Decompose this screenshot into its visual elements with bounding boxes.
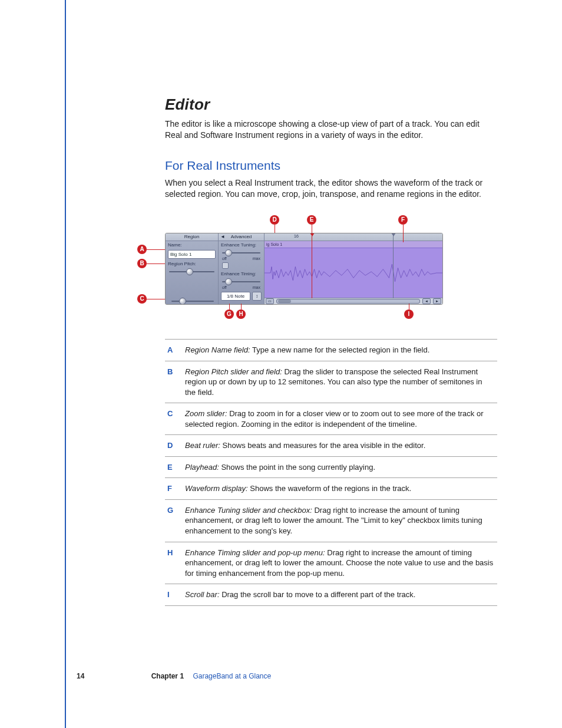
- callout-B: B: [137, 259, 147, 268]
- timing-note-value: 1/8 Note: [221, 292, 250, 301]
- left-margin-rule: [65, 0, 66, 728]
- slider-thumb-icon[interactable]: [179, 298, 186, 305]
- callout-C: C: [137, 294, 147, 304]
- callout-desc: Scroll bar: Drag the scroll bar to move …: [183, 584, 497, 606]
- callout-key: C: [165, 403, 183, 435]
- leader-I: [409, 304, 409, 309]
- page-footer: 14 Chapter 1 GarageBand at a Glance: [77, 671, 271, 681]
- slider-thumb-icon[interactable]: [225, 278, 232, 285]
- callout-key: D: [165, 435, 183, 457]
- leader-C: [147, 299, 165, 299]
- enhance-tuning-slider[interactable]: [222, 250, 260, 256]
- region-pitch-label: Region Pitch:: [166, 260, 218, 268]
- subsection-title: For Real Instruments: [165, 157, 497, 174]
- stepper-icon[interactable]: ↕: [252, 292, 262, 301]
- enhance-timing-label: Enhance Timing:: [219, 270, 264, 278]
- slider-thumb-icon[interactable]: [225, 249, 232, 256]
- region-panel: Region Name: Big Solo 1 Region Pitch:: [166, 233, 219, 304]
- waveform-icon: [265, 248, 442, 298]
- table-row: A Region Name field: Type a new name for…: [165, 340, 497, 361]
- scroll-right-button[interactable]: ►: [433, 298, 441, 304]
- callout-desc: Enhance Tuning slider and checkbox: Drag…: [183, 499, 497, 542]
- callout-desc: Playhead: Shows the point in the song cu…: [183, 456, 497, 478]
- tuning-minmax: offmax: [219, 256, 264, 261]
- callout-desc: Beat ruler: Shows beats and measures for…: [183, 435, 497, 457]
- leader-A: [147, 249, 165, 250]
- section-title: Editor: [165, 94, 497, 115]
- limit-to-key-checkbox[interactable]: [222, 262, 229, 269]
- chapter-name: GarageBand at a Glance: [193, 672, 271, 680]
- callout-desc: Waveform display: Shows the waveform of …: [183, 478, 497, 500]
- leader-F: [403, 225, 404, 242]
- leader-D: [275, 225, 275, 233]
- playhead[interactable]: [312, 233, 312, 298]
- table-row: C Zoom slider: Drag to zoom in for a clo…: [165, 403, 497, 435]
- leader-G: [229, 304, 230, 309]
- callout-key: E: [165, 456, 183, 478]
- table-row: D Beat ruler: Shows beats and measures f…: [165, 435, 497, 457]
- table-row: H Enhance Timing slider and pop-up menu:…: [165, 542, 497, 584]
- chevron-down-icon: [391, 233, 396, 236]
- callout-desc: Zoom slider: Drag to zoom in for a close…: [183, 403, 497, 435]
- leader-B: [147, 263, 165, 264]
- callout-F: F: [398, 215, 408, 225]
- table-row: F Waveform display: Shows the waveform o…: [165, 478, 497, 500]
- page-number: 14: [77, 672, 84, 680]
- callout-key: H: [165, 542, 183, 584]
- scroll-bar-thumb-button[interactable]: ▭: [266, 298, 274, 304]
- enhance-timing-slider[interactable]: [222, 279, 260, 285]
- chapter-label: Chapter 1: [151, 672, 184, 680]
- callout-key: B: [165, 361, 183, 403]
- timing-minmax: offmax: [219, 285, 264, 290]
- callout-G: G: [224, 309, 234, 319]
- scroll-left-button[interactable]: ◄: [422, 298, 431, 304]
- callout-A: A: [137, 245, 147, 254]
- waveform-display[interactable]: [265, 248, 442, 298]
- callout-desc: Region Pitch slider and field: Drag the …: [183, 361, 497, 403]
- horizontal-scroll-bar[interactable]: ▭ ◄ ►: [265, 298, 442, 304]
- content-column: Editor The editor is like a microscope s…: [165, 94, 497, 606]
- region-name-field[interactable]: Big Solo 1: [168, 250, 216, 259]
- table-row: I Scroll bar: Drag the scroll bar to mov…: [165, 584, 497, 606]
- callout-D: D: [270, 215, 279, 225]
- timing-note-menu[interactable]: 1/8 Note ↕: [221, 292, 262, 301]
- callout-I: I: [404, 309, 414, 319]
- slider-thumb-icon[interactable]: [186, 268, 193, 275]
- zoom-slider[interactable]: [171, 298, 214, 303]
- beat-ruler[interactable]: 16: [265, 233, 442, 241]
- table-row: E Playhead: Shows the point in the song …: [165, 456, 497, 478]
- section-intro: The editor is like a microscope showing …: [165, 118, 497, 141]
- callout-key: A: [165, 340, 183, 361]
- region-panel-header: Region: [166, 233, 218, 241]
- name-label: Name:: [166, 241, 218, 249]
- region-pitch-slider[interactable]: [169, 269, 214, 275]
- table-row: G Enhance Tuning slider and checkbox: Dr…: [165, 499, 497, 542]
- table-row: B Region Pitch slider and field: Drag th…: [165, 361, 497, 403]
- subsection-intro: When you select a Real Instrument track,…: [165, 177, 497, 200]
- callout-key: G: [165, 499, 183, 542]
- collapse-icon[interactable]: ◄: [220, 233, 225, 241]
- advanced-panel: ◄ Advanced Enhance Tuning: offmax Enhanc…: [219, 233, 265, 304]
- callout-H: H: [236, 309, 246, 319]
- advanced-panel-header: ◄ Advanced: [219, 233, 264, 241]
- callout-desc: Region Name field: Type a new name for t…: [183, 340, 497, 361]
- playhead-marker-icon: [310, 233, 315, 236]
- region-end-marker[interactable]: [393, 233, 394, 298]
- callout-key: F: [165, 478, 183, 500]
- ruler-tick-label: 16: [294, 233, 299, 239]
- callout-key: I: [165, 584, 183, 606]
- page: Editor The editor is like a microscope s…: [0, 0, 562, 728]
- scroll-track[interactable]: [276, 299, 420, 304]
- editor-figure: D E F A B C G H I Region: [137, 215, 444, 321]
- waveform-area: 16 ig Solo 1: [265, 233, 442, 304]
- leader-E: [312, 225, 312, 236]
- scroll-thumb[interactable]: [278, 299, 291, 303]
- callouts-table: A Region Name field: Type a new name for…: [165, 339, 497, 606]
- region-clip-header[interactable]: ig Solo 1: [265, 241, 442, 248]
- leader-H: [241, 304, 242, 309]
- editor-panel: Region Name: Big Solo 1 Region Pitch:: [165, 233, 443, 305]
- callout-desc: Enhance Timing slider and pop-up menu: D…: [183, 542, 497, 584]
- callout-E: E: [307, 215, 316, 225]
- enhance-tuning-label: Enhance Tuning:: [219, 241, 264, 249]
